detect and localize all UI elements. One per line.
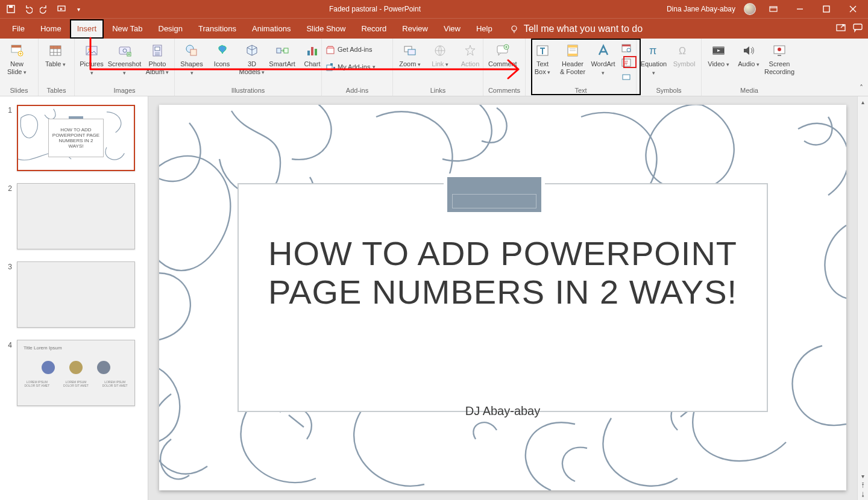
ribbon-display-options-icon[interactable] [764, 0, 782, 18]
svg-rect-21 [190, 49, 197, 55]
tab-insert[interactable]: Insert [70, 19, 104, 39]
svg-text:Ω: Ω [679, 46, 686, 56]
pictures-button[interactable]: Pictures [78, 41, 105, 77]
bulb-icon [509, 24, 519, 34]
equation-button[interactable]: π Equation [640, 41, 667, 77]
redo-icon[interactable] [40, 4, 49, 14]
video-button[interactable]: Video [705, 41, 732, 69]
minimize-icon[interactable] [791, 0, 809, 18]
slide-subtitle[interactable]: DJ Abay-abay [159, 404, 846, 418]
group-illustrations-label: Illustrations [175, 85, 321, 96]
thumbnail-3[interactable] [17, 261, 135, 328]
svg-rect-38 [568, 45, 577, 48]
avatar[interactable] [744, 3, 756, 15]
symbol-button: Ω Symbol [671, 41, 697, 68]
store-icon [326, 45, 335, 55]
svg-point-52 [778, 48, 781, 51]
work-area: 1 HOW TO ADD POWERPOINT PAGE NUMBERS IN … [0, 96, 868, 500]
textbox-button[interactable]: Text Box [529, 41, 556, 77]
maximize-icon[interactable] [817, 0, 835, 18]
prev-slide-icon[interactable]: ⭱ [860, 482, 866, 489]
tab-file[interactable]: File [5, 19, 32, 39]
tab-view[interactable]: View [436, 19, 468, 39]
my-addins-button[interactable]: My Add-ins ▾ [326, 62, 376, 72]
smartart-button[interactable]: SmartArt [269, 41, 295, 68]
chart-icon [304, 42, 321, 59]
svg-point-42 [627, 48, 631, 52]
group-symbols-label: Symbols [637, 85, 701, 96]
wordart-button[interactable]: WordArt [590, 41, 617, 77]
video-icon [710, 42, 727, 59]
header-footer-icon [564, 42, 581, 59]
tab-review[interactable]: Review [395, 19, 435, 39]
table-button[interactable]: Table [42, 41, 69, 69]
group-images-label: Images [75, 85, 174, 96]
share-icon[interactable] [835, 22, 846, 36]
screen-recording-button[interactable]: Screen Recording [766, 41, 793, 76]
slide-panel[interactable]: 1 HOW TO ADD POWERPOINT PAGE NUMBERS IN … [0, 96, 148, 500]
group-links-label: Links [393, 85, 483, 96]
tab-slideshow[interactable]: Slide Show [299, 19, 353, 39]
header-footer-button[interactable]: Header & Footer [559, 41, 586, 76]
document-name: Faded pastoral [329, 5, 377, 13]
tab-help[interactable]: Help [469, 19, 500, 39]
comment-button[interactable]: Comment [487, 41, 518, 68]
comments-pane-icon[interactable] [852, 22, 863, 36]
tab-home[interactable]: Home [33, 19, 69, 39]
tab-newtab[interactable]: New Tab [105, 19, 149, 39]
screenshot-icon [116, 42, 133, 59]
get-addins-button[interactable]: Get Add-ins [326, 45, 376, 55]
shapes-button[interactable]: Shapes [178, 41, 205, 77]
equation-icon: π [646, 42, 662, 59]
tab-record[interactable]: Record [354, 19, 394, 39]
svg-rect-26 [315, 49, 317, 55]
slide-tab-decoration [444, 173, 545, 216]
next-slide-icon[interactable]: ⭳ [860, 491, 866, 498]
scroll-up-icon[interactable]: ▴ [861, 99, 864, 105]
app-name: PowerPoint [384, 5, 421, 13]
addins-icon [326, 63, 335, 72]
slide[interactable]: HOW TO ADD POWERPOINT PAGE NUMBERS IN 2 … [159, 105, 846, 490]
audio-icon [740, 42, 757, 59]
thumbnail-title: HOW TO ADD POWERPOINT PAGE NUMBERS IN 2 … [48, 119, 104, 157]
thumbnail-4[interactable]: Title Lorem Ipsum LOREM IPSUM DOLOR SIT … [17, 340, 135, 406]
svg-rect-29 [330, 63, 333, 66]
svg-rect-19 [155, 47, 160, 51]
object-button[interactable] [620, 71, 632, 83]
undo-icon[interactable] [23, 4, 33, 14]
new-slide-button[interactable]: New Slide [4, 41, 30, 77]
table-icon [47, 42, 64, 59]
tab-design[interactable]: Design [151, 19, 190, 39]
tab-transitions[interactable]: Transitions [191, 19, 244, 39]
save-icon[interactable] [6, 4, 16, 14]
slide-title[interactable]: HOW TO ADD POWERPOINT PAGE NUMBERS IN 2 … [262, 234, 744, 312]
screenshot-button[interactable]: Screenshot [108, 41, 140, 77]
date-time-button[interactable] [620, 42, 632, 54]
svg-rect-1 [9, 5, 13, 8]
ribbon: New Slide Slides Table Tables Pictures S… [0, 39, 868, 96]
tell-me-search[interactable]: Tell me what you want to do [509, 23, 643, 34]
zoom-button[interactable]: Zoom [397, 41, 423, 69]
cube-icon [244, 42, 260, 59]
scroll-down-icon[interactable]: ▾ [861, 473, 864, 480]
tab-animations[interactable]: Animations [245, 19, 298, 39]
symbol-icon: Ω [676, 42, 693, 59]
quick-access-toolbar: ▾ [0, 4, 89, 14]
slide-number-button[interactable]: # [620, 57, 632, 69]
window-title: Faded pastoral - PowerPoint [89, 5, 661, 13]
svg-rect-39 [568, 54, 577, 56]
icons-button[interactable]: Icons [209, 41, 235, 68]
thumbnail-1[interactable]: HOW TO ADD POWERPOINT PAGE NUMBERS IN 2 … [17, 105, 135, 171]
qat-more-icon[interactable]: ▾ [74, 4, 83, 14]
3d-models-button[interactable]: 3D Models [239, 41, 265, 77]
from-beginning-icon[interactable] [57, 4, 66, 14]
thumbnail-2[interactable] [17, 183, 135, 249]
vertical-scrollbar[interactable]: ▴ ▾ ⭱ ⭳ [857, 96, 868, 500]
pictures-icon [83, 42, 100, 59]
audio-button[interactable]: Audio [735, 41, 762, 69]
close-icon[interactable] [844, 0, 862, 18]
group-addins-label: Add-ins [322, 85, 392, 96]
photo-album-button[interactable]: Photo Album [144, 41, 171, 77]
collapse-ribbon-icon[interactable]: ˄ [860, 84, 863, 92]
slide-canvas[interactable]: HOW TO ADD POWERPOINT PAGE NUMBERS IN 2 … [148, 96, 857, 500]
